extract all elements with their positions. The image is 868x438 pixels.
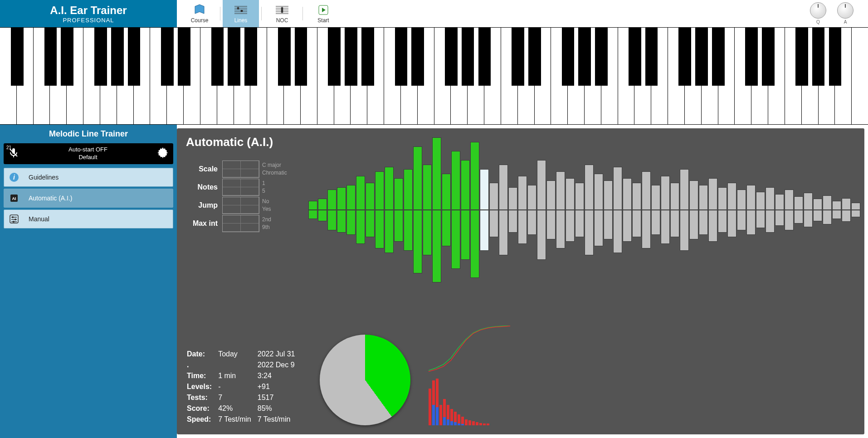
waveform-chart xyxy=(308,133,860,287)
black-key[interactable] xyxy=(411,28,424,86)
knob-a[interactable]: A xyxy=(836,2,854,25)
stats-row: .2022 Dec 9 xyxy=(187,360,301,370)
hist-bar xyxy=(429,389,431,425)
black-key[interactable] xyxy=(161,28,174,86)
svg-point-6 xyxy=(241,10,243,12)
black-key[interactable] xyxy=(445,28,458,86)
black-key[interactable] xyxy=(295,28,307,86)
svg-point-14 xyxy=(281,11,283,13)
hist-bar xyxy=(487,423,489,425)
sidebar-item-automatic[interactable]: AI Automatic (A.I.) xyxy=(4,189,173,208)
black-key[interactable] xyxy=(595,28,608,86)
black-key[interactable] xyxy=(512,28,524,86)
info-icon: i xyxy=(9,172,20,183)
brand: A.I. Ear Trainer PROFESSIONAL xyxy=(0,0,177,27)
stats-table: Date:Today2022 Jul 31.2022 Dec 9Time:1 m… xyxy=(186,348,302,425)
black-key[interactable] xyxy=(94,28,107,86)
black-key[interactable] xyxy=(244,28,257,86)
lines-button[interactable]: Lines xyxy=(223,0,259,27)
svg-point-27 xyxy=(15,219,16,220)
course-button[interactable]: Course xyxy=(181,0,218,27)
piano-keyboard[interactable] xyxy=(0,27,868,125)
mini-chart xyxy=(429,326,510,425)
svg-point-29 xyxy=(13,221,15,223)
hist-bar xyxy=(479,423,482,425)
stats-val2: 2022 Jul 31 xyxy=(258,349,301,359)
black-key[interactable] xyxy=(178,28,190,86)
stats-row: Tests:71517 xyxy=(187,393,301,403)
noc-button[interactable]: NOC xyxy=(264,0,300,27)
black-key[interactable] xyxy=(211,28,224,86)
stats-row: Time:1 min3:24 xyxy=(187,371,301,381)
stats-row: Levels:-+91 xyxy=(187,382,301,392)
param-selector[interactable] xyxy=(222,197,259,214)
black-key[interactable] xyxy=(61,28,73,86)
params: Scale C majorChromaticNotes 15Jump NoYes… xyxy=(186,160,287,233)
black-key[interactable] xyxy=(795,28,808,86)
body: Melodic Line Trainer 21 Auto-start OFF D… xyxy=(0,125,868,438)
staff-chord-icon xyxy=(276,4,288,16)
stats-val1: 1 min xyxy=(218,371,257,381)
sidebar-item-label: Automatic (A.I.) xyxy=(29,195,72,202)
control-bar[interactable]: 21 Auto-start OFF Default xyxy=(4,143,173,164)
hist-bar xyxy=(468,420,471,425)
sidebar-item-manual[interactable]: Manual xyxy=(4,209,173,229)
black-key[interactable] xyxy=(11,28,24,86)
black-key[interactable] xyxy=(478,28,491,86)
black-key[interactable] xyxy=(645,28,658,86)
black-key[interactable] xyxy=(228,28,240,86)
black-key[interactable] xyxy=(278,28,291,86)
black-key[interactable] xyxy=(829,28,842,86)
black-key[interactable] xyxy=(712,28,725,86)
knob-q-label: Q xyxy=(816,19,820,24)
black-key[interactable] xyxy=(462,28,474,86)
hist-bar xyxy=(439,405,442,425)
black-key[interactable] xyxy=(678,28,691,86)
knob-q[interactable]: Q xyxy=(809,2,827,25)
param-label: Max int xyxy=(186,219,222,228)
black-key[interactable] xyxy=(629,28,641,86)
black-key[interactable] xyxy=(345,28,357,86)
autostart-label: Auto-start OFF xyxy=(19,146,157,154)
hist-bar xyxy=(483,423,486,426)
param-selector[interactable] xyxy=(222,179,259,196)
black-key[interactable] xyxy=(111,28,124,86)
black-key[interactable] xyxy=(578,28,591,86)
stats-row: Score:42%85% xyxy=(187,404,301,414)
param-label: Jump xyxy=(186,201,222,209)
stats-key: Speed: xyxy=(187,414,217,424)
histogram-chart xyxy=(429,375,510,425)
sidebar-item-guidelines[interactable]: i Guidelines xyxy=(4,168,173,187)
param-selector[interactable] xyxy=(222,161,259,178)
knobs: Q A xyxy=(809,2,868,25)
pie-chart xyxy=(320,335,410,425)
black-key[interactable] xyxy=(562,28,575,86)
staff-lines-icon xyxy=(234,4,247,16)
start-button[interactable]: Start xyxy=(305,0,341,27)
black-key[interactable] xyxy=(695,28,708,86)
stats-key: Date: xyxy=(187,349,217,359)
param-row: Max int 2nd9th xyxy=(186,214,287,233)
black-key[interactable] xyxy=(44,28,57,86)
white-key[interactable] xyxy=(852,28,868,124)
black-key[interactable] xyxy=(328,28,341,86)
black-key[interactable] xyxy=(361,28,374,86)
toolbar: Course Lines NOC Start xyxy=(177,0,341,27)
black-key[interactable] xyxy=(745,28,758,86)
param-selector[interactable] xyxy=(222,215,259,232)
black-key[interactable] xyxy=(812,28,825,86)
gear-icon[interactable] xyxy=(157,147,169,161)
stats-val1: 7 xyxy=(218,393,257,403)
hist-bar xyxy=(450,409,453,425)
stats-val2: 85% xyxy=(258,404,301,414)
black-key[interactable] xyxy=(128,28,141,86)
start-label: Start xyxy=(317,17,329,24)
black-key[interactable] xyxy=(762,28,775,86)
param-options: C majorChromatic xyxy=(262,161,287,177)
param-label: Scale xyxy=(186,165,222,173)
hist-bar xyxy=(458,414,460,425)
hist-bar xyxy=(447,405,449,425)
black-key[interactable] xyxy=(395,28,408,86)
stats-area: Date:Today2022 Jul 31.2022 Dec 9Time:1 m… xyxy=(186,326,510,425)
black-key[interactable] xyxy=(528,28,541,86)
